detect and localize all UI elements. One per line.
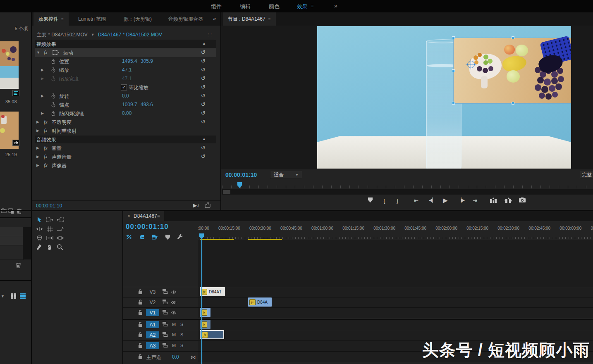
tab-lumetri-scopes[interactable]: Lumetri 范围 — [73, 12, 111, 26]
twirl-icon[interactable]: ▶ — [41, 94, 44, 98]
twirl-icon[interactable]: ▶ — [36, 120, 39, 124]
uniform-scale-checkbox[interactable]: ✓ — [121, 84, 127, 90]
play-audio-icon[interactable]: ▶♪ — [193, 202, 199, 208]
fx-icon[interactable]: fx — [44, 119, 48, 125]
trash-icon[interactable] — [16, 262, 21, 269]
lock-icon[interactable] — [138, 343, 143, 349]
playback-resolution-dropdown[interactable]: 完整 — [580, 171, 593, 179]
list-view-icon[interactable] — [20, 293, 26, 300]
tab-program-monitor[interactable]: 节目 : D84A1467≡ — [223, 12, 276, 26]
transform-handle-sw[interactable] — [452, 102, 455, 105]
timeline-ruler-ticks[interactable] — [198, 233, 593, 239]
lock-icon[interactable] — [138, 289, 143, 295]
param-row-rotation[interactable]: ▶ 旋转 0.0 ↺ — [35, 92, 216, 100]
timeline-settings-icon[interactable] — [177, 234, 183, 241]
slide-tool[interactable] — [56, 234, 64, 242]
twirl-icon[interactable]: ▶ — [36, 146, 39, 150]
slip-tool[interactable] — [45, 234, 54, 242]
zoom-tool[interactable] — [56, 243, 64, 251]
lift-icon[interactable] — [490, 197, 497, 203]
workspace-tab-edit[interactable]: 编辑 — [240, 3, 251, 10]
insert-nest-icon[interactable] — [126, 234, 132, 241]
close-icon[interactable]: × — [127, 213, 130, 219]
fx-icon[interactable]: fx — [44, 145, 48, 151]
new-bin-icon[interactable] — [1, 208, 7, 214]
tab-effect-controls[interactable]: 效果控件≡ — [33, 12, 69, 26]
tab-audio-clip-mixer[interactable]: 音频剪辑混合器 — [163, 12, 208, 26]
workspace-overflow-icon[interactable]: » — [334, 2, 337, 9]
workspace-tab-assembly[interactable]: 组件 — [211, 3, 222, 10]
program-scrollbar[interactable] — [222, 189, 593, 195]
reset-param-icon[interactable]: ↺ — [201, 58, 206, 64]
rolling-edit-tool[interactable] — [45, 225, 54, 233]
workspace-tab-color[interactable]: 颜色 — [269, 3, 280, 10]
reset-effect-icon[interactable]: ↺ — [201, 119, 206, 125]
linked-selection-icon[interactable] — [152, 234, 158, 241]
selection-tool[interactable] — [35, 216, 43, 224]
reset-effect-icon[interactable]: ↺ — [201, 145, 206, 151]
fx-icon[interactable]: fx — [44, 50, 48, 56]
mute-button[interactable]: M — [172, 343, 176, 348]
track-v3-content[interactable] — [198, 287, 593, 297]
scroll-up-icon[interactable]: ▲ — [202, 41, 206, 45]
mute-button[interactable]: M — [172, 322, 176, 327]
track-name-a1[interactable]: A1 — [146, 321, 159, 328]
list-item[interactable] — [0, 245, 24, 260]
transform-handle-n[interactable] — [512, 36, 514, 39]
snap-icon[interactable] — [139, 234, 145, 241]
pen-tool[interactable] — [35, 243, 43, 251]
sequence-clip-label[interactable]: D84A1467 * D84A1502.MOV — [98, 32, 162, 38]
ripple-edit-tool[interactable] — [35, 225, 43, 233]
tab-sequence[interactable]: × D84A1467 ≡ — [123, 211, 164, 221]
track-name-v2[interactable]: V2 — [146, 299, 159, 306]
stopwatch-icon[interactable] — [51, 102, 56, 109]
play-icon[interactable]: ▶ — [443, 197, 448, 204]
transform-handle-w[interactable] — [452, 69, 455, 72]
hand-tool[interactable] — [45, 243, 54, 251]
grid-view-icon[interactable] — [11, 293, 16, 300]
workspace-tab-effects[interactable]: 效果 — [297, 3, 308, 10]
tab-source-monitor[interactable]: 源：(无剪辑) — [119, 12, 157, 26]
reset-param-icon[interactable]: ↺ — [201, 67, 206, 73]
lock-icon[interactable] — [138, 354, 143, 360]
clip-a2-selected[interactable]: fx — [200, 330, 224, 339]
param-row-antiflicker[interactable]: ▶ 防闪烁滤镜 0.00 ↺ — [35, 109, 216, 118]
twirl-icon[interactable]: ▶ — [36, 128, 39, 133]
track-v1-content[interactable] — [198, 308, 593, 318]
mark-in-icon[interactable]: { — [383, 197, 385, 204]
export-frame-icon[interactable] — [519, 197, 526, 202]
project-thumbnail-sequence[interactable] — [0, 41, 19, 89]
pan-bowtie-icon[interactable]: ⋈ — [191, 354, 196, 360]
step-forward-icon[interactable]: ▕▶ — [458, 197, 465, 203]
track-a1-content[interactable] — [198, 320, 593, 330]
go-to-out-icon[interactable]: ⇥ — [473, 197, 477, 204]
param-row-uniform-scale[interactable]: ✓ 等比缩放 ↺ — [35, 83, 216, 92]
sync-lock-icon[interactable] — [163, 289, 168, 295]
master-clip-label[interactable]: 主要 * D84A1502.MOV — [37, 31, 88, 38]
twirl-icon[interactable]: ▶ — [36, 163, 39, 167]
track-select-forward-tool[interactable] — [45, 216, 54, 224]
reset-effect-icon[interactable]: ↺ — [201, 153, 206, 159]
track-name-a3[interactable]: A3 — [146, 342, 159, 349]
param-value-y[interactable]: 305.9 — [141, 58, 153, 64]
lock-icon[interactable] — [138, 300, 143, 306]
lock-icon[interactable] — [138, 322, 143, 328]
effect-row-time-remap[interactable]: ▶ fx 时间重映射 — [35, 126, 216, 135]
param-value-x[interactable]: 1009.7 — [122, 102, 137, 107]
stopwatch-icon[interactable] — [51, 111, 56, 117]
clip-v3[interactable]: fx D84A1 — [200, 287, 225, 296]
sync-lock-icon[interactable] — [163, 322, 168, 328]
track-output-eye-icon[interactable] — [171, 290, 177, 295]
timeline-timecode[interactable]: 00:00:01:10 — [126, 223, 169, 231]
panel-menu-icon[interactable]: ≡ — [61, 17, 64, 21]
reset-param-icon[interactable]: ↺ — [201, 84, 206, 90]
mark-out-icon[interactable]: } — [397, 197, 398, 204]
param-value-x[interactable]: 1495.4 — [122, 58, 137, 64]
param-row-scale[interactable]: ▶ 缩放 47.1 ↺ — [35, 66, 216, 74]
zoom-level-dropdown[interactable]: 适合▼ — [270, 171, 302, 179]
razor-tool[interactable] — [35, 234, 43, 242]
grip-icon[interactable]: ⋮⋮ — [206, 33, 212, 37]
overlay-clip-image[interactable] — [454, 38, 571, 103]
param-row-anchor[interactable]: 锚点 1009.7 493.6 ↺ — [35, 100, 216, 109]
fx-icon[interactable]: fx — [44, 128, 48, 134]
